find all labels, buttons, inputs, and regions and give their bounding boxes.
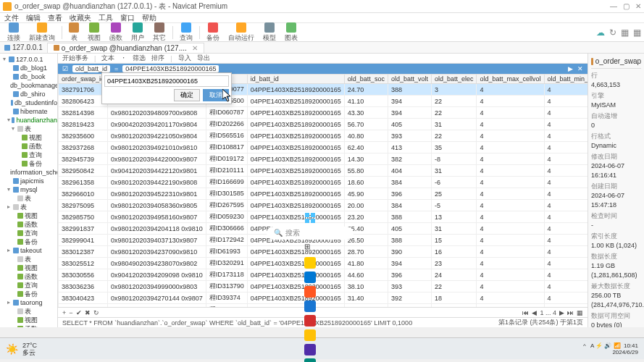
object-tab[interactable]: o_order_swap @huandianzhan (127.... ✕ [47,43,204,53]
cell[interactable]: 405 [388,119,431,130]
tree-node[interactable]: db_blog1 [0,64,57,72]
find-input[interactable] [104,75,229,87]
export-button[interactable]: 导出 [197,54,210,63]
cell[interactable]: 4 [477,130,544,142]
app-icon-4[interactable] [304,358,316,363]
menu-item[interactable]: 查看 [48,13,62,23]
cell[interactable]: 程ID301585 [206,188,247,200]
column-header[interactable]: order_swap_id [59,75,108,84]
cell[interactable]: 382806423 [59,96,108,107]
table-row[interactable]: 3829457390x98012020394422000x9807程ID0191… [59,153,588,165]
inner-text[interactable]: 文本 [101,54,114,63]
cell[interactable]: 04PPE1403XB2518920000165 [247,119,344,130]
cell[interactable]: 4 [544,96,587,107]
cell[interactable]: 0x98012020394422000x9807 [108,153,206,165]
tree-node[interactable]: japicmis [0,177,57,185]
tree-node[interactable]: ▾huandianzhan [0,116,57,125]
cell[interactable]: 394 [388,107,431,119]
column-header[interactable]: old_batt_min_cellvol [544,75,587,84]
cell[interactable]: 18.60 [344,177,388,188]
maximize-button[interactable]: ▢ [623,2,630,10]
cell[interactable]: 0x98012020394522310x9801 [108,188,206,200]
cell[interactable]: 0x98012020394058360x9805 [108,200,206,211]
cell[interactable]: 25 [431,188,477,200]
cell[interactable]: 04PPE1403XB2518920000165 [247,200,344,211]
cell[interactable]: -8 [431,153,477,165]
tree-node[interactable]: db_book [0,72,57,81]
table-row[interactable]: 3829508420x90412020394422120x9801程ID2101… [59,165,588,177]
cell[interactable]: 0x98012020394422190x9808 [108,177,206,188]
column-header[interactable]: old_batt_max_cellvol [477,75,544,84]
taskbar-search[interactable]: 🔍 搜索 [267,227,354,240]
cell[interactable]: 396 [388,188,431,200]
cell[interactable]: 4 [477,84,544,96]
find-cancel-button[interactable]: 取消 [203,89,229,101]
cell[interactable]: 31 [431,119,477,130]
toolbar-其它[interactable]: 其它 [149,22,170,43]
cell[interactable]: 35 [431,142,477,153]
table-row[interactable]: 3829372680x98012020394921010x9810程ID1088… [59,142,588,153]
cell[interactable]: 4 [544,165,587,177]
column-header[interactable]: old_batt_elec [431,75,477,84]
import-button[interactable]: 导入 [178,54,191,63]
tree-node[interactable]: ▸表 [0,203,57,211]
column-header[interactable]: old_batt_volt [388,75,431,84]
inner-sort[interactable]: 排序 [151,54,164,63]
cell[interactable]: 4 [477,165,544,177]
cell[interactable]: 04PPE1403XB2518920000165 [247,188,344,200]
cell[interactable]: 382819423 [59,119,108,130]
tree-node[interactable]: db_shiro [0,90,57,98]
cell[interactable]: 程ID019172 [206,153,247,165]
filter-apply-icon[interactable]: ▶ [568,65,573,72]
cell[interactable]: 4 [544,177,587,188]
tree-node[interactable]: 函数 [0,142,57,151]
toolbar-用户[interactable]: 用户 [127,22,149,43]
cell[interactable]: 393 [388,130,431,142]
cell[interactable]: 程ID565516 [206,130,247,142]
app-icon-3[interactable] [304,344,316,355]
cell[interactable]: 394 [388,96,431,107]
menu-item[interactable]: 收藏夹 [70,13,91,23]
cell[interactable]: -6 [431,177,477,188]
tree-node[interactable]: 查询 [0,151,57,159]
cell[interactable]: 04PPE1403XB2518920000165 [247,165,344,177]
cell[interactable]: 56.70 [344,119,388,130]
close-button[interactable]: ✕ [635,2,641,10]
toolbar-图表[interactable]: 图表 [280,22,302,43]
cell[interactable]: 382961358 [59,177,108,188]
explorer-icon[interactable] [304,257,316,269]
cell[interactable]: 382966010 [59,188,108,200]
cell[interactable]: 04PPE1403XB2518920000165 [247,84,344,96]
cell[interactable]: 4 [544,119,587,130]
table-row[interactable]: 3829356000x98012020394221050x9804程ID5655… [59,130,588,142]
tree-node[interactable]: 视图 [0,133,57,142]
cell[interactable]: 31 [431,165,477,177]
cell[interactable]: 20.00 [344,200,388,211]
cell[interactable]: 4 [544,84,587,96]
cell[interactable]: 程ID202266 [206,119,247,130]
start-icon[interactable] [304,212,316,224]
cell[interactable]: 413 [388,142,431,153]
cell[interactable]: 3 [431,84,477,96]
menu-item[interactable]: 文件 [4,13,19,23]
table-row[interactable]: 3829613580x98012020394422190x9808程ID1666… [59,177,588,188]
menu-item[interactable]: 窗口 [120,13,135,23]
cell[interactable]: 45.90 [344,188,388,200]
cell[interactable]: 4 [544,200,587,211]
toolbar-函数[interactable]: 函数 [105,22,127,43]
cell[interactable]: 程ID267595 [206,200,247,211]
tree-node[interactable]: information_schema [0,168,57,177]
cell[interactable]: 0x90042020394201170x9804 [108,119,206,130]
toolbar-查询[interactable]: 查询 [175,22,197,43]
tree-node[interactable]: hibernate [0,107,57,116]
cell[interactable]: 04PPE1403XB2518920000165 [247,96,344,107]
cell[interactable]: 382937268 [59,142,108,153]
close-tab-icon[interactable]: ✕ [192,44,198,52]
cell[interactable]: 382814398 [59,107,108,119]
cell[interactable]: 4 [544,188,587,200]
cell[interactable]: 404 [388,165,431,177]
cell[interactable]: 14.30 [344,153,388,165]
cell[interactable]: 04PPE1403XB2518920000165 [247,107,344,119]
tree-node[interactable]: db_bookmanager [0,81,57,90]
filter-field[interactable]: old_batt_id [72,65,110,72]
